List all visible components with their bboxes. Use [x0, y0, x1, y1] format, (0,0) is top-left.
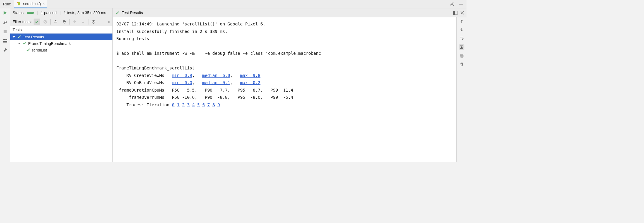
svg-rect-6 — [4, 30, 7, 33]
android-test-icon — [16, 1, 21, 6]
layout-toggle-icon[interactable] — [453, 11, 458, 15]
tab-close-icon[interactable]: × — [43, 1, 45, 6]
tree-class[interactable]: FrameTimingBenchmark — [10, 40, 112, 47]
svg-point-0 — [18, 3, 20, 5]
scroll-to-end-icon[interactable] — [459, 44, 464, 50]
right-tool-rail — [456, 17, 467, 162]
check-icon — [26, 48, 30, 52]
stop-icon[interactable] — [3, 30, 7, 34]
tab-bar: Run: scrollList() × — [0, 0, 467, 8]
trace-link[interactable]: 5 — [197, 102, 200, 107]
prev-failed-icon[interactable] — [71, 19, 78, 25]
console-header: Test Results — [113, 8, 467, 17]
svg-rect-1 — [18, 2, 20, 3]
svg-rect-9 — [3, 41, 7, 43]
chevron-down-icon — [12, 35, 16, 38]
tree-root[interactable]: Test Results — [10, 34, 112, 40]
console-body: 02/07 12:14:49: Launching 'scrollList()'… — [113, 17, 467, 162]
link-min[interactable]: min 0.0 — [172, 80, 192, 85]
chevron-down-icon — [17, 42, 21, 45]
collapse-all-icon[interactable] — [61, 19, 67, 25]
scroll-up-icon[interactable] — [460, 19, 464, 23]
soft-wrap-icon[interactable] — [460, 36, 464, 40]
svg-point-3 — [452, 3, 453, 4]
trace-link[interactable]: 0 — [172, 102, 174, 107]
filter-label: Filter tests: — [13, 19, 32, 24]
status-label: Status — [13, 10, 24, 15]
history-icon[interactable] — [90, 19, 97, 25]
trace-link[interactable]: 8 — [212, 102, 215, 107]
pin-icon[interactable] — [3, 48, 7, 52]
gear-icon[interactable] — [449, 2, 456, 7]
run-label: Run: — [2, 2, 12, 6]
tab-label: scrollList() — [23, 1, 41, 6]
console-output[interactable]: 02/07 12:14:49: Launching 'scrollList()'… — [113, 17, 456, 162]
check-icon — [23, 42, 26, 45]
svg-rect-15 — [453, 11, 455, 15]
tab-scrolllist[interactable]: scrollList() × — [14, 0, 47, 8]
minimize-icon[interactable] — [458, 2, 465, 7]
test-tree-pane: Status | 1 passed | 1 tests, 3 m 35 s 30… — [10, 8, 113, 162]
print-icon[interactable] — [460, 54, 464, 58]
tree-method[interactable]: scrollList — [10, 47, 112, 53]
trash-icon[interactable] — [460, 62, 464, 66]
next-failed-icon[interactable] — [80, 19, 86, 25]
trace-link[interactable]: 7 — [207, 102, 210, 107]
link-min[interactable]: min 0.9 — [172, 73, 192, 78]
layout-icon[interactable] — [3, 39, 7, 43]
trace-link[interactable]: 6 — [202, 102, 205, 107]
status-pill — [27, 12, 34, 14]
trace-link[interactable]: 3 — [187, 102, 189, 107]
link-max[interactable]: max 9.8 — [240, 73, 260, 78]
expand-all-icon[interactable] — [52, 19, 59, 25]
passed-count: 1 passed — [41, 10, 57, 15]
console-header-label: Test Results — [122, 10, 143, 15]
check-icon — [17, 35, 21, 39]
link-max[interactable]: max 0.2 — [240, 80, 260, 85]
tree-root-label: Test Results — [23, 35, 44, 39]
close-icon[interactable] — [461, 11, 464, 15]
link-median[interactable]: median 0.1 — [202, 80, 230, 85]
check-icon — [115, 11, 119, 15]
test-summary: 1 tests, 3 m 35 s 309 ms — [64, 10, 106, 15]
run-icon[interactable] — [3, 11, 7, 15]
svg-marker-12 — [13, 36, 15, 38]
show-ignored-icon[interactable] — [42, 19, 49, 25]
test-tree[interactable]: Test Results FrameTimingBenchmark scrol — [10, 34, 112, 162]
tests-header: Tests — [10, 26, 112, 34]
svg-marker-13 — [18, 43, 20, 44]
scroll-down-icon[interactable] — [460, 28, 464, 32]
left-tool-rail — [0, 8, 10, 162]
trace-link[interactable]: 1 — [177, 102, 179, 107]
filter-toolbar: Filter tests: — [10, 17, 112, 26]
svg-rect-8 — [5, 39, 7, 40]
run-panel: Run: scrollList() × — [0, 0, 467, 162]
console-pane: Test Results 02/07 12:14:49: Launching '… — [113, 8, 467, 162]
svg-marker-5 — [4, 11, 7, 15]
svg-rect-7 — [3, 39, 5, 40]
tree-method-label: scrollList — [32, 48, 47, 52]
show-passed-icon[interactable] — [34, 19, 40, 25]
svg-rect-4 — [459, 4, 463, 4]
trace-link[interactable]: 2 — [182, 102, 184, 107]
panel-body: Status | 1 passed | 1 tests, 3 m 35 s 30… — [0, 8, 467, 162]
tree-class-label: FrameTimingBenchmark — [28, 41, 71, 46]
overflow-icon[interactable]: » — [108, 19, 110, 24]
link-median[interactable]: median 6.0 — [202, 73, 230, 78]
wrench-icon[interactable] — [3, 20, 7, 25]
trace-link[interactable]: 9 — [217, 102, 220, 107]
trace-link[interactable]: 4 — [192, 102, 195, 107]
status-row: Status | 1 passed | 1 tests, 3 m 35 s 30… — [10, 8, 112, 17]
